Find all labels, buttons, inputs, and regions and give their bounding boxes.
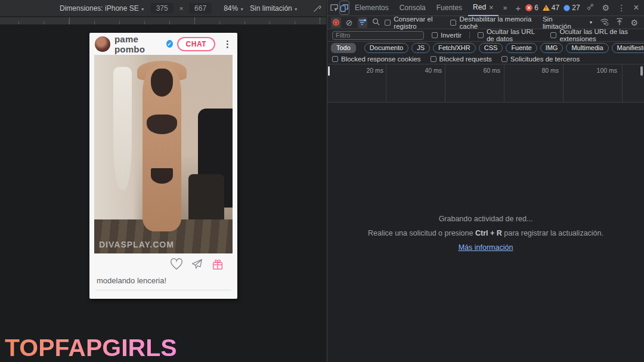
network-throttle-value: Sin limitación bbox=[543, 16, 574, 30]
chevron-down-icon: ▼ bbox=[589, 20, 593, 24]
tab-red[interactable]: Red × bbox=[468, 0, 499, 16]
network-settings-gear-icon[interactable]: ⚙ bbox=[630, 18, 638, 27]
hide-data-urls-checkbox[interactable]: Ocultar las URL de datos bbox=[478, 28, 543, 42]
request-type-filters: Todo Documento JS Fetch/XHR CSS Fuente I… bbox=[327, 42, 644, 54]
post-image[interactable]: DIVASPLAY.COM bbox=[94, 55, 233, 253]
errors-count: 6 bbox=[534, 4, 538, 12]
eyedropper-icon[interactable] bbox=[312, 3, 323, 14]
more-tabs-icon[interactable]: » bbox=[500, 4, 511, 12]
add-tab-icon[interactable]: + bbox=[512, 3, 524, 13]
zoom-value: 84% bbox=[224, 4, 238, 13]
verified-badge-icon: ✓ bbox=[166, 40, 173, 48]
preserve-log-checkbox[interactable]: Conservar el registro bbox=[385, 16, 445, 30]
filter-input[interactable] bbox=[332, 31, 424, 40]
timeline-left-handle[interactable] bbox=[328, 66, 330, 76]
blocked-requests-label: Blocked requests bbox=[439, 55, 492, 63]
tab-consola[interactable]: Consola bbox=[395, 0, 431, 16]
throttle-value: Sin limitación bbox=[250, 4, 292, 13]
photo-furniture-shape bbox=[188, 174, 224, 226]
invert-checkbox[interactable]: Invertir bbox=[432, 32, 462, 39]
network-conditions-icon[interactable] bbox=[600, 18, 609, 27]
filter-chip-img[interactable]: IMG bbox=[540, 43, 564, 53]
profiles-icon[interactable] bbox=[584, 3, 596, 13]
filter-chip-css[interactable]: CSS bbox=[479, 43, 503, 53]
checkbox-icon bbox=[431, 56, 436, 62]
chat-button[interactable]: CHAT bbox=[177, 37, 215, 51]
timeline-tick: 100 ms bbox=[597, 67, 617, 74]
device-viewport: pame pombo ✓ CHAT ⋮ DIVASPLAY.C bbox=[0, 25, 326, 362]
send-plane-icon[interactable] bbox=[191, 258, 203, 270]
issues-badge[interactable]: 27 bbox=[564, 4, 580, 12]
network-overview-timeline[interactable]: 20 ms 40 ms 60 ms 80 ms 100 ms bbox=[327, 64, 644, 103]
post-actions bbox=[89, 253, 237, 275]
photo-curtain-shape bbox=[113, 67, 131, 190]
throttle-dropdown[interactable]: Sin limitación▼ bbox=[250, 4, 298, 13]
post-author[interactable]: pame pombo bbox=[114, 34, 162, 54]
filter-chip-fetch-xhr[interactable]: Fetch/XHR bbox=[433, 43, 476, 53]
chevron-down-icon: ▼ bbox=[240, 7, 244, 11]
learn-more-link[interactable]: Más información bbox=[459, 243, 513, 252]
clear-network-icon[interactable]: ⊘ bbox=[346, 18, 353, 27]
record-button[interactable] bbox=[331, 17, 341, 28]
timeline-tick: 60 ms bbox=[483, 67, 500, 74]
like-heart-icon[interactable] bbox=[170, 258, 183, 270]
disable-cache-checkbox[interactable]: Deshabilitar la memoria caché bbox=[450, 16, 535, 30]
inspect-element-icon[interactable] bbox=[330, 1, 339, 14]
hint-post: para registrar la actualización. bbox=[502, 229, 603, 237]
third-party-requests-label: Solicitudes de terceros bbox=[510, 55, 580, 63]
tab-fuentes[interactable]: Fuentes bbox=[432, 0, 467, 16]
checkbox-icon bbox=[550, 32, 556, 38]
filter-chip-multimedia[interactable]: Multimedia bbox=[566, 43, 608, 53]
network-throttle-dropdown[interactable]: Sin limitación ▼ bbox=[540, 16, 596, 30]
tab-red-label: Red bbox=[473, 3, 486, 11]
screen: Dimensiones: iPhone SE▼ × 84%▼ Sin limit… bbox=[0, 0, 644, 362]
search-icon[interactable] bbox=[372, 18, 380, 27]
filter-chip-manifiesto[interactable]: Manifiesto bbox=[612, 43, 644, 53]
warnings-badge[interactable]: 47 bbox=[543, 4, 559, 12]
tab-elementos[interactable]: Elementos bbox=[350, 0, 394, 16]
post-menu-icon[interactable]: ⋮ bbox=[223, 39, 232, 49]
blocked-response-cookies-checkbox[interactable]: Blocked response cookies bbox=[332, 55, 421, 63]
blocked-requests-checkbox[interactable]: Blocked requests bbox=[431, 55, 492, 63]
divider bbox=[95, 290, 231, 290]
devtools-menu-icon[interactable]: ⋮ bbox=[615, 3, 627, 13]
third-party-requests-checkbox[interactable]: Solicitudes de terceros bbox=[501, 55, 580, 63]
timeline-tick: 80 ms bbox=[541, 67, 559, 74]
invert-label: Invertir bbox=[441, 32, 462, 39]
hide-data-urls-label: Ocultar las URL de datos bbox=[487, 28, 543, 42]
dimensions-dropdown[interactable]: Dimensiones: iPhone SE▼ bbox=[60, 4, 145, 13]
timeline-tick: 20 ms bbox=[366, 67, 383, 74]
checkbox-icon bbox=[432, 32, 438, 38]
tab-close-icon[interactable]: × bbox=[489, 3, 494, 12]
viewport-width-input[interactable] bbox=[151, 3, 174, 14]
post-header: pame pombo ✓ CHAT ⋮ bbox=[89, 33, 237, 55]
viewport-height-input[interactable] bbox=[189, 3, 212, 14]
filter-chip-todo[interactable]: Todo bbox=[331, 43, 356, 53]
photo-figure-shape bbox=[151, 69, 173, 97]
checkbox-icon bbox=[478, 32, 484, 38]
timeline-scrollbar[interactable] bbox=[640, 66, 643, 76]
devtools-tabbar: Elementos Consola Fuentes Red × » + ✕ 6 … bbox=[327, 0, 644, 16]
issues-count: 27 bbox=[572, 4, 580, 12]
close-devtools-icon[interactable]: × bbox=[631, 2, 640, 13]
filter-chip-fuente[interactable]: Fuente bbox=[506, 43, 537, 53]
hide-extension-urls-checkbox[interactable]: Ocultar las URL de las extensiones bbox=[550, 28, 639, 42]
settings-gear-icon[interactable]: ⚙ bbox=[600, 3, 612, 13]
device-toolbar-toggle-icon[interactable] bbox=[340, 1, 349, 14]
divider bbox=[469, 32, 470, 39]
filter-chip-js[interactable]: JS bbox=[411, 43, 430, 53]
gift-icon[interactable] bbox=[211, 258, 224, 271]
hint-pre: Realice una solicitud o presione bbox=[368, 229, 475, 237]
filter-toggle-button[interactable] bbox=[358, 17, 368, 28]
errors-badge[interactable]: ✕ 6 bbox=[525, 4, 538, 12]
site-logo[interactable]: TOPFAPGIRLS bbox=[5, 334, 177, 362]
import-har-icon[interactable] bbox=[616, 18, 623, 27]
post-card: pame pombo ✓ CHAT ⋮ DIVASPLAY.C bbox=[89, 33, 237, 299]
checkbox-icon bbox=[450, 20, 456, 26]
filter-chip-documento[interactable]: Documento bbox=[364, 43, 408, 53]
zoom-dropdown[interactable]: 84%▼ bbox=[224, 4, 244, 13]
blocked-filters-row: Blocked response cookies Blocked request… bbox=[327, 54, 644, 64]
avatar[interactable] bbox=[95, 36, 110, 52]
device-emulation-pane: Dimensiones: iPhone SE▼ × 84%▼ Sin limit… bbox=[0, 0, 326, 362]
blocked-response-cookies-label: Blocked response cookies bbox=[341, 55, 421, 63]
